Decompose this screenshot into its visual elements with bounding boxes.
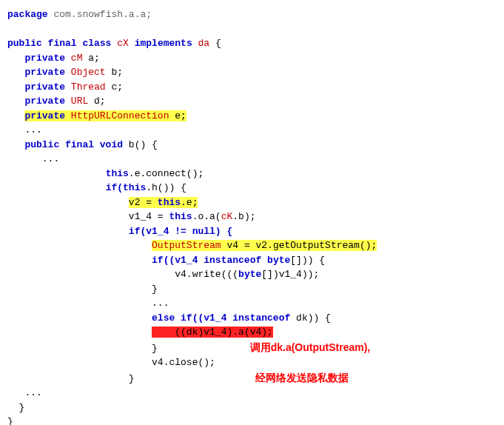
cls-name: cX bbox=[117, 38, 129, 49]
rbrace: } bbox=[13, 402, 25, 413]
rbrace: } bbox=[152, 343, 158, 354]
dots: ... bbox=[152, 298, 169, 309]
lbrace: { bbox=[209, 38, 221, 49]
close-line: v4.close(); bbox=[152, 357, 215, 368]
dots: ... bbox=[7, 387, 42, 398]
field-4: private URL d; bbox=[24, 96, 105, 107]
iface: da bbox=[198, 38, 210, 49]
else-if-dk: else if((v1_4 instanceof dk)) { bbox=[152, 312, 331, 324]
cls-mods: public final class bbox=[7, 38, 111, 49]
field-1: private cM a; bbox=[24, 53, 99, 64]
field-5-highlighted: private HttpURLConnection e; bbox=[24, 110, 186, 121]
method-sig: public final void b() { bbox=[24, 139, 157, 150]
impl-kw: implements bbox=[135, 38, 192, 49]
rbrace: } bbox=[129, 373, 135, 384]
code-block: package com.snowfish.a.a; public final c… bbox=[7, 7, 497, 425]
v1-4-assign: v1_4 = this.o.a(cK.b); bbox=[129, 211, 256, 222]
pkg-line: package com.snowfish.a.a; bbox=[7, 9, 152, 20]
annotation-line-1: 调用dk.a(OutputStream), bbox=[250, 341, 371, 353]
class-decl: public final class cX implements da { bbox=[7, 38, 221, 49]
pkg-kw: package bbox=[7, 9, 48, 20]
v2-assign-highlighted: v2 = this.e; bbox=[129, 197, 198, 208]
if-byte-line: if((v1_4 instanceof byte[])) { bbox=[152, 255, 325, 266]
outputstream-highlighted: OutputStream v4 = v2.getOutputStream(); bbox=[152, 240, 377, 251]
pkg-name: com.snowfish.a.a; bbox=[53, 9, 152, 20]
if-null-check: if(v1_4 != null) { bbox=[129, 226, 232, 237]
dots: ... bbox=[7, 153, 59, 164]
annotation-line-2: 经网络发送隐私数据 bbox=[255, 372, 349, 384]
field-3: private Thread c; bbox=[24, 81, 123, 93]
write-line: v4.write(((byte[])v1_4)); bbox=[152, 269, 319, 280]
rbrace: } bbox=[152, 284, 158, 295]
field-2: private Object b; bbox=[24, 67, 123, 78]
dots: ... bbox=[7, 124, 42, 135]
connect-line: this.e.connect(); bbox=[106, 168, 204, 179]
rbrace: } bbox=[7, 416, 13, 425]
dk-call-highlighted-red: ((dk)v1_4).a(v4); bbox=[152, 327, 273, 338]
if-h-line: if(this.h()) { bbox=[106, 182, 187, 193]
